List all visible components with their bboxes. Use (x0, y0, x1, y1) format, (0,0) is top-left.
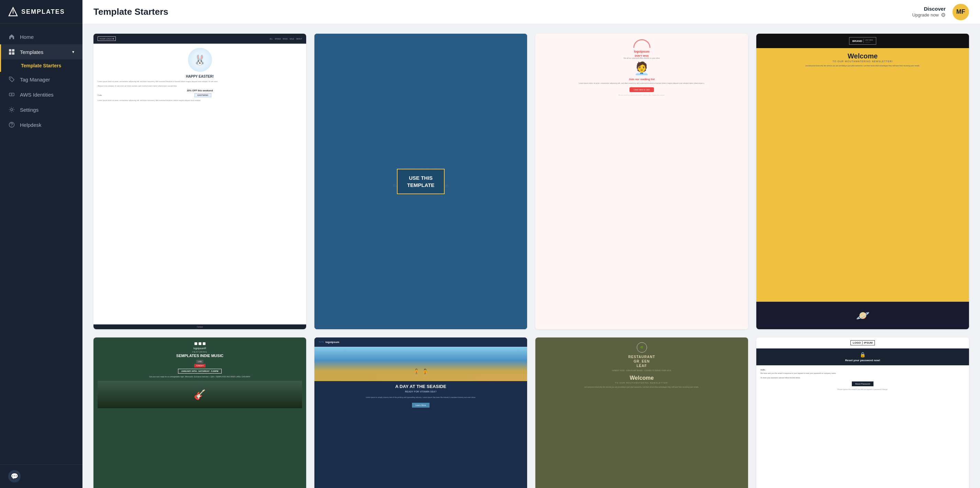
sidebar-item-tag-manager[interactable]: Tag Manager (0, 72, 83, 87)
mail-join-button[interactable]: Click Here to Join (630, 87, 654, 92)
aws-icon (8, 91, 15, 98)
brand-logo-text: BRAND (852, 40, 862, 43)
mail-tagline: Get all our seasonal offers directly to … (624, 57, 660, 59)
password-ignore-text: Please ignore this email if you did not … (760, 388, 965, 390)
mail-body-text: Lorem ipsum dolor sit amet, consectetur … (579, 82, 705, 84)
sidebar: SEMPLATES Home Templates ▾ (0, 0, 83, 488)
password-reset-label: Reset your password now! (845, 359, 880, 362)
easter-promo: 30% OFF this weekend (98, 89, 302, 92)
sidebar-item-tag-manager-label: Tag Manager (20, 76, 50, 83)
templates-icon (8, 48, 15, 55)
easter-title: HAPPY EASTER! (98, 75, 302, 78)
easter-logo: YOUR LOGO ✤ (98, 37, 116, 41)
sidebar-item-aws-identities[interactable]: AWS Identities (0, 87, 83, 102)
brand-header: BRAND your store ——— (756, 34, 969, 48)
sidebar-sub-item-label: Template Starters (21, 63, 61, 68)
template-card-easter[interactable]: YOUR LOGO ✤ ALL SHOES BAGS SALE ABOUT 🐰 … (94, 34, 306, 329)
help-icon (8, 121, 15, 128)
sidebar-item-helpdesk-label: Helpdesk (20, 122, 41, 128)
sidebar-item-templates-label: Templates (20, 49, 43, 55)
template-card-password-reset[interactable]: LOGOIPSUM 🔒 Reset your password now! Hel… (756, 337, 969, 488)
easter-preview: YOUR LOGO ✤ ALL SHOES BAGS SALE ABOUT 🐰 … (94, 34, 306, 329)
password-msg1: We have sent you this email in response … (760, 372, 965, 375)
easter-code: EASTER30 (194, 93, 211, 97)
mail-dont-miss: DON'T MISS (635, 55, 649, 57)
svg-point-8 (11, 109, 13, 111)
music-featuring-label: FEATURING (192, 351, 207, 353)
seaside-logo-text: logoipsum (325, 340, 339, 344)
password-reset-button[interactable]: Reset Password (852, 381, 874, 386)
seaside-preview: 〜〜 logoipsum 🧍 🧍 A DAY AT THE SEASIDE RE… (314, 337, 527, 488)
easter-egg-image: 🐰 (188, 48, 212, 72)
svg-rect-4 (9, 52, 11, 55)
restaurant-welcome: Welcome (630, 375, 654, 381)
restaurant-body-text: Let everyone know why the service you ar… (584, 386, 699, 389)
template-card-seaside[interactable]: 〜〜 logoipsum 🧍 🧍 A DAY AT THE SEASIDE RE… (314, 337, 527, 488)
sidebar-item-home-label: Home (20, 34, 34, 40)
brand-planet-section: 🪐 (756, 302, 969, 329)
header: Template Starters Discover Upgrade now ⚙… (83, 0, 980, 24)
wave-icon: 〜〜 (318, 340, 324, 344)
upgrade-section: Upgrade now ⚙ (912, 12, 946, 18)
template-card-mailing-list[interactable]: logoipsum DON'T MISS Get all our seasona… (535, 34, 748, 329)
gear-icon[interactable]: ⚙ (941, 12, 946, 18)
svg-point-10 (11, 126, 12, 127)
template-card-music[interactable]: logoipsum® FEATURING SEMPLATES INDIE MUS… (94, 337, 306, 488)
svg-rect-5 (12, 52, 14, 55)
chevron-down-icon: ▾ (72, 49, 74, 54)
logo-container: SEMPLATES (0, 0, 83, 24)
svg-rect-2 (9, 49, 11, 52)
music-live-badge: LIVE (196, 360, 204, 363)
mail-arch-decoration (633, 39, 651, 48)
restaurant-preview: 🌿 RESTAURANTGR_EENLEAF HONEST FOOD · 100… (535, 337, 748, 488)
mail-logo: logoipsum (634, 50, 650, 53)
sidebar-footer: 💬 (0, 464, 83, 488)
restaurant-to-text: TO OUR MOUTHWATERING NEWSLETTER! (615, 382, 668, 384)
seaside-title: A DAY AT THE SEASIDE (314, 381, 527, 390)
easter-body: 🐰 HAPPY EASTER! Lorem ipsum dolor sit am… (94, 44, 306, 324)
sidebar-item-templates[interactable]: Templates ▾ (0, 45, 83, 59)
template-card-restaurant[interactable]: 🌿 RESTAURANTGR_EENLEAF HONEST FOOD · 100… (535, 337, 748, 488)
password-preview: LOGOIPSUM 🔒 Reset your password now! Hel… (756, 337, 969, 488)
music-preview: logoipsum® FEATURING SEMPLATES INDIE MUS… (94, 337, 306, 488)
password-hello: Hello, (760, 369, 965, 371)
music-title: SEMPLATES INDIE MUSIC (176, 354, 223, 358)
music-logo: logoipsum® (194, 347, 206, 350)
discover-link[interactable]: Discover (912, 6, 946, 12)
sidebar-item-home[interactable]: Home (0, 29, 83, 45)
easter-nav: ALL SHOES BAGS SALE ABOUT (270, 38, 302, 40)
user-avatar[interactable]: MF (953, 4, 969, 20)
music-date: JANUARY 24TH · SATURDAY · 5:00PM (178, 369, 221, 374)
easter-body-text: Lorem ipsum dolor sit amet, consectetur … (98, 80, 302, 83)
music-dots-decoration (194, 342, 205, 345)
template-card-furniture[interactable]: — INTRODUCING NEW — Furniture! Furniture… (314, 34, 527, 329)
password-body: Hello, We have sent you this email in re… (756, 365, 969, 488)
easter-footer: Contact (94, 324, 306, 329)
brand-body-text: Let everyone know why the service you ar… (760, 65, 965, 67)
seaside-header: 〜〜 logoipsum (314, 337, 527, 347)
templates-grid: YOUR LOGO ✤ ALL SHOES BAGS SALE ABOUT 🐰 … (94, 34, 969, 488)
page-title: Template Starters (94, 6, 169, 17)
password-navy-section: 🔒 Reset your password now! (756, 348, 969, 365)
home-icon (8, 33, 15, 40)
chat-bubble-button[interactable]: 💬 (8, 470, 21, 483)
sidebar-item-helpdesk[interactable]: Helpdesk (0, 117, 83, 132)
sidebar-item-settings[interactable]: Settings (0, 102, 83, 117)
sidebar-item-template-starters[interactable]: Template Starters (0, 59, 83, 72)
furniture-overlay[interactable]: USE THISTEMPLATE (314, 34, 527, 329)
template-card-brand[interactable]: BRAND your store ——— Welcome TO OUR MOUT… (756, 34, 969, 329)
header-right: Discover Upgrade now ⚙ MF (912, 4, 969, 20)
restaurant-name: RESTAURANTGR_EENLEAF (628, 354, 655, 368)
password-msg2: To reset your password, please follow th… (760, 377, 965, 379)
discover-section: Discover Upgrade now ⚙ (912, 6, 946, 18)
logo-icon (8, 7, 18, 16)
password-logo: LOGOIPSUM (850, 340, 875, 345)
seaside-learn-more-button[interactable]: Learn More (412, 403, 430, 408)
mailing-list-preview: logoipsum DON'T MISS Get all our seasona… (535, 34, 748, 329)
svg-rect-3 (12, 49, 14, 52)
use-template-button[interactable]: USE THISTEMPLATE (397, 169, 445, 194)
brand-yellow-section: Welcome TO OUR MOUTHWATERING NEWSLETTER!… (756, 48, 969, 302)
mail-illustration: 🧑‍💼 (634, 61, 649, 76)
upgrade-label[interactable]: Upgrade now (912, 13, 939, 17)
mail-join: Join our mailing list (629, 78, 655, 81)
